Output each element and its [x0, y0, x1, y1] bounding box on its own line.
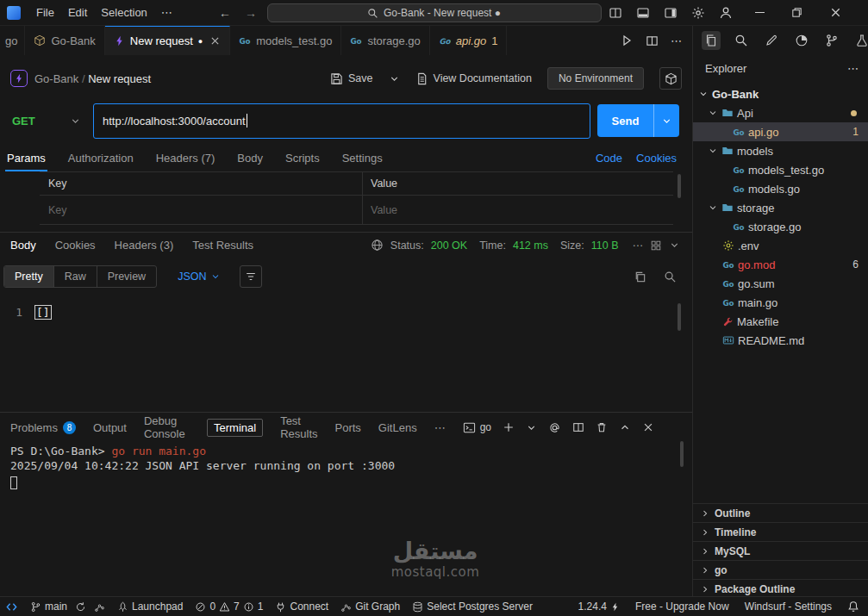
tree-file-main-go[interactable]: main.go: [693, 293, 868, 312]
param-value-input[interactable]: [371, 204, 629, 216]
tab-problems[interactable]: Problems 8: [10, 421, 76, 434]
upgrade-button[interactable]: Free - Upgrade Now: [635, 600, 729, 613]
tree-root-go-bank[interactable]: Go-Bank: [693, 84, 868, 103]
account-icon[interactable]: [719, 6, 733, 20]
tree-folder-models[interactable]: models: [693, 141, 868, 160]
tab-new-request[interactable]: New request ●: [105, 26, 230, 55]
close-panel-icon[interactable]: [642, 421, 654, 433]
at-sign-icon[interactable]: [548, 421, 561, 434]
search-response-icon[interactable]: [664, 271, 677, 283]
sync-icon[interactable]: [75, 601, 86, 613]
git-actions-icon[interactable]: [94, 601, 105, 613]
section-mysql[interactable]: MySQL: [693, 541, 868, 560]
kill-terminal-icon[interactable]: [596, 421, 608, 433]
tab-scripts[interactable]: Scripts: [284, 148, 322, 168]
view-preview-button[interactable]: Preview: [97, 266, 156, 287]
restore-button[interactable]: [790, 6, 803, 19]
tab-ports[interactable]: Ports: [334, 421, 360, 434]
view-raw-button[interactable]: Raw: [54, 266, 97, 287]
menu-file[interactable]: File: [29, 0, 61, 26]
open-in-grid-icon[interactable]: [650, 240, 662, 252]
tab-go-bank[interactable]: Go-Bank: [25, 26, 104, 55]
environment-settings-button[interactable]: [659, 67, 682, 90]
section-go[interactable]: go: [693, 560, 868, 579]
save-button[interactable]: Save: [330, 72, 373, 85]
tree-folder-storage[interactable]: storage: [693, 198, 868, 217]
scrollbar[interactable]: [680, 441, 684, 467]
tab-response-body[interactable]: Body: [10, 239, 36, 252]
tab-debug-console[interactable]: Debug Console: [144, 414, 190, 440]
problems-summary-button[interactable]: 0 7 1: [195, 600, 263, 613]
terminal-dropdown-icon[interactable]: [526, 422, 537, 433]
tree-folder-api[interactable]: Api: [693, 103, 868, 122]
tab-models-test-go[interactable]: models_test.go: [230, 26, 341, 55]
tree-file-go-mod[interactable]: go.mod 6: [693, 255, 868, 274]
panel-more-tabs-button[interactable]: ⋯: [434, 421, 446, 434]
launch-profile-button[interactable]: go: [463, 421, 491, 434]
tree-file-api-go[interactable]: api.go 1: [693, 122, 868, 141]
send-button[interactable]: Send: [597, 104, 679, 137]
tree-file-readme[interactable]: README.md: [693, 331, 868, 350]
nav-back-button[interactable]: ←: [212, 6, 238, 20]
format-dropdown[interactable]: JSON: [178, 271, 221, 283]
scrollbar[interactable]: [678, 174, 681, 198]
section-timeline[interactable]: Timeline: [693, 522, 868, 541]
activity-search-button[interactable]: [732, 31, 751, 50]
collapse-response-icon[interactable]: [669, 240, 680, 251]
minimize-button[interactable]: [755, 12, 765, 13]
tab-storage-go[interactable]: storage.go: [341, 26, 429, 55]
send-dropdown-button[interactable]: [653, 104, 679, 137]
run-file-icon[interactable]: [620, 34, 634, 47]
menu-more[interactable]: ⋯: [154, 0, 179, 26]
tab-response-headers[interactable]: Headers (3): [115, 239, 174, 252]
activity-usage-button[interactable]: [792, 31, 811, 50]
tab-api-go[interactable]: api.go 1: [430, 26, 508, 55]
tab-gitlens[interactable]: GitLens: [378, 421, 417, 434]
tree-file-makefile[interactable]: Makefile: [693, 312, 868, 331]
tab-test-results[interactable]: Test Results: [280, 414, 317, 440]
tab-params[interactable]: Params: [5, 148, 47, 168]
split-editor-icon[interactable]: [646, 34, 659, 47]
tab-overflow-fragment[interactable]: go: [0, 26, 25, 55]
activity-explorer-button[interactable]: [702, 31, 721, 50]
editor-more-actions[interactable]: ⋯: [671, 34, 682, 47]
tree-file-go-sum[interactable]: go.sum: [693, 274, 868, 293]
method-dropdown[interactable]: GET: [0, 103, 93, 138]
go-version-button[interactable]: 1.24.4: [578, 600, 620, 613]
view-pretty-button[interactable]: Pretty: [4, 266, 54, 287]
param-key-input[interactable]: [48, 204, 307, 216]
windsurf-settings-button[interactable]: Windsurf - Settings: [745, 600, 832, 613]
tab-settings[interactable]: Settings: [340, 148, 384, 168]
activity-testing-button[interactable]: [852, 31, 868, 50]
branch-button[interactable]: main: [30, 600, 67, 613]
section-outline[interactable]: Outline: [693, 503, 868, 522]
save-dropdown-icon[interactable]: [389, 73, 400, 84]
menu-edit[interactable]: Edit: [61, 0, 94, 26]
settings-gear-icon[interactable]: [691, 6, 705, 20]
view-documentation-button[interactable]: View Documentation: [415, 72, 532, 85]
close-window-button[interactable]: [829, 6, 842, 19]
explorer-more-button[interactable]: ⋯: [847, 62, 859, 75]
terminal-output[interactable]: PS D:\Go-Bank> go run main.go 2025/09/04…: [10, 444, 395, 493]
tree-file-models-test-go[interactable]: models_test.go: [693, 160, 868, 179]
remote-indicator-button[interactable]: [5, 600, 18, 613]
close-tab-icon[interactable]: [209, 35, 221, 47]
cookies-link[interactable]: Cookies: [636, 152, 677, 165]
url-input[interactable]: http://localhost:3000/account: [93, 103, 590, 139]
layout-columns-icon[interactable]: [609, 6, 622, 20]
launchpad-button[interactable]: Launchpad: [117, 600, 183, 613]
activity-edit-button[interactable]: [762, 31, 781, 50]
maximize-panel-icon[interactable]: [619, 421, 631, 433]
tab-authorization[interactable]: Authorization: [66, 148, 135, 168]
toggle-secondary-sidebar-icon[interactable]: [664, 6, 678, 20]
toggle-panel-icon[interactable]: [636, 6, 650, 20]
tab-response-test-results[interactable]: Test Results: [192, 239, 253, 252]
new-terminal-icon[interactable]: [503, 421, 515, 433]
tab-terminal[interactable]: Terminal: [207, 419, 263, 437]
connect-button[interactable]: Connect: [275, 600, 328, 613]
postgres-server-button[interactable]: Select Postgres Server: [412, 600, 533, 613]
tree-file-models-go[interactable]: models.go: [693, 179, 868, 198]
nav-forward-button[interactable]: →: [238, 6, 264, 20]
tab-response-cookies[interactable]: Cookies: [55, 239, 96, 252]
environment-selector-button[interactable]: No Environment: [547, 67, 644, 90]
